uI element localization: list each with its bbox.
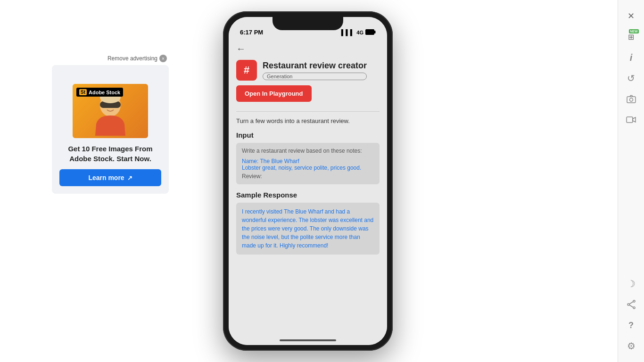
adobe-stock-badge: St Adobe Stock [76,88,123,97]
adobe-stock-label: Adobe Stock [89,90,120,95]
app-description: Turn a few words into a restaurant revie… [236,117,380,124]
svg-rect-12 [374,31,376,33]
ad-panel: St Adobe Stock Get 10 Free Images From A… [52,65,169,194]
close-icon[interactable]: ✕ [623,8,640,25]
phone-container: 6:17 PM ▌▌▌ 4G ← # [223,11,393,351]
svg-point-3 [633,300,635,302]
right-sidebar: ✕ ⊞ NEW i ↺ ☽ ? ⚙ [618,0,644,362]
app-title: Restaurant review creator [263,61,367,71]
signal-icon: ▌▌▌ [341,29,355,36]
svg-point-4 [627,304,629,305]
network-label: 4G [356,30,363,35]
external-link-icon: ↗ [127,174,132,181]
settings-icon[interactable]: ⚙ [623,337,640,354]
app-icon: # [236,60,257,81]
ad-image: St Adobe Stock [73,84,148,138]
app-title-block: Restaurant review creator Generation [263,61,367,80]
battery-icon [365,29,376,36]
svg-point-1 [629,98,633,101]
input-review-label: Review: [242,173,374,180]
phone-notch [272,17,343,30]
input-name: Name: The Blue Wharf Lobster great, nois… [242,158,374,171]
help-icon[interactable]: ? [623,317,640,334]
adobe-st-label: St [79,89,87,95]
video-icon[interactable] [623,111,640,128]
moon-icon[interactable]: ☽ [623,275,640,292]
sample-response-box: I recently visited The Blue Wharf and ha… [236,203,380,255]
input-box: Write a restaurant review based on these… [236,143,380,184]
remove-advertising-close[interactable]: × [159,55,167,62]
svg-rect-2 [627,117,633,123]
new-badge-label: NEW [629,29,638,33]
app-header: # Restaurant review creator Generation [236,60,380,81]
input-prompt: Write a restaurant review based on these… [242,148,374,154]
svg-point-5 [633,307,635,309]
app-generation-badge: Generation [263,73,367,80]
camera-icon[interactable] [623,90,640,107]
divider [236,111,380,112]
info-icon[interactable]: i [623,49,640,66]
learn-more-button[interactable]: Learn more ↗ [59,169,161,186]
status-icons: ▌▌▌ 4G [341,29,376,36]
remove-advertising-label: Remove advertising [107,55,157,62]
sample-response-text: I recently visited The Blue Wharf and ha… [242,207,374,250]
sample-response-label: Sample Response [236,191,380,199]
share-icon[interactable] [623,296,640,313]
svg-line-6 [629,302,633,304]
input-section-label: Input [236,131,380,139]
svg-rect-0 [627,97,636,103]
ad-headline: Get 10 Free Images From Adobe Stock. Sta… [59,144,161,164]
svg-rect-11 [366,30,374,35]
remove-advertising-bar: Remove advertising × [52,55,169,62]
back-button[interactable]: ← [236,43,380,54]
app-content: ← # Restaurant review creator Generation… [229,38,387,345]
home-indicator [280,339,336,341]
open-playground-button[interactable]: Open In Playground [236,85,312,102]
history-icon[interactable]: ↺ [623,70,640,87]
status-time: 6:17 PM [240,29,263,36]
svg-line-7 [629,305,633,307]
phone-screen: 6:17 PM ▌▌▌ 4G ← # [229,17,387,345]
new-layout-icon[interactable]: ⊞ NEW [623,28,640,45]
phone-frame: 6:17 PM ▌▌▌ 4G ← # [223,11,393,351]
